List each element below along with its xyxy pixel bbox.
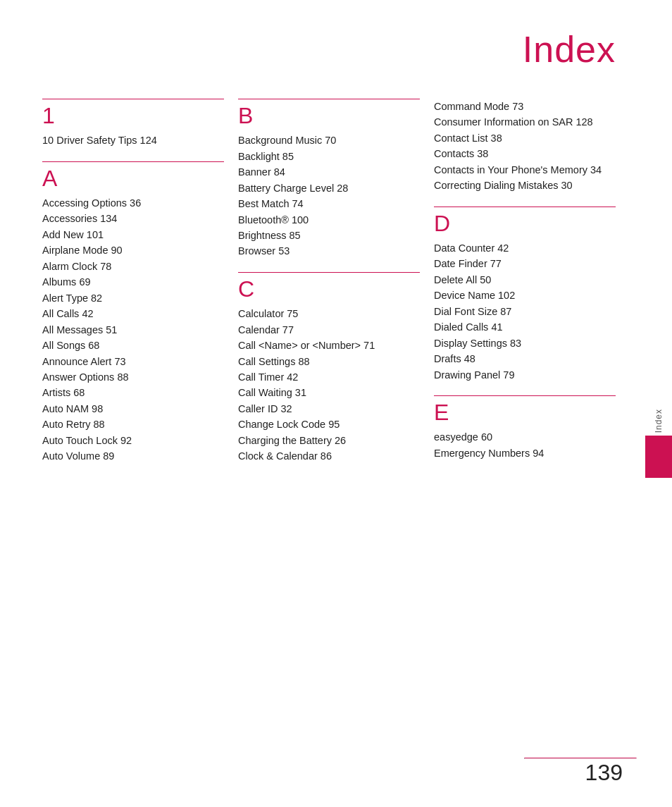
index-entry: Call <Name> or <Number> 71 — [238, 338, 420, 353]
section-d: D Data Counter 42 Date Finder 77 Delete … — [434, 207, 616, 383]
index-entry: Data Counter 42 — [434, 240, 616, 256]
index-entry: Contacts in Your Phone's Memory 34 — [434, 162, 616, 178]
section-letter-1: 1 — [42, 104, 224, 128]
index-entry: Banner 84 — [238, 164, 420, 180]
index-entry: Contact List 38 — [434, 130, 616, 146]
column-2: B Background Music 70 Backlight 85 Banne… — [238, 99, 434, 477]
index-entry: Call Timer 42 — [238, 369, 420, 385]
index-entry: Announce Alert 73 — [42, 354, 224, 369]
index-entry: Accessing Options 36 — [42, 195, 224, 211]
index-entry: Add New 101 — [42, 227, 224, 242]
index-entry: Charging the Battery 26 — [238, 433, 420, 448]
content-area: 1 10 Driver Safety Tips 124 A Accessing … — [0, 92, 672, 505]
section-1: 1 10 Driver Safety Tips 124 — [42, 99, 224, 149]
page-number: 139 — [585, 760, 623, 786]
index-entry: Call Waiting 31 — [238, 385, 420, 400]
index-entry: Contacts 38 — [434, 146, 616, 161]
index-entry: All Messages 51 — [42, 322, 224, 338]
index-entry: Consumer Information on SAR 128 — [434, 114, 616, 130]
index-entry: Auto NAM 98 — [42, 401, 224, 417]
index-entry: Battery Charge Level 28 — [238, 180, 420, 196]
index-entry: Calculator 75 — [238, 306, 420, 321]
section-c: C Calculator 75 Calendar 77 Call <Name> … — [238, 272, 420, 464]
index-entry: Brightness 85 — [238, 228, 420, 243]
index-entry: Alarm Clock 78 — [42, 259, 224, 274]
index-entry: Background Music 70 — [238, 133, 420, 148]
side-tab: Index — [645, 409, 672, 478]
section-divider-c — [238, 272, 420, 273]
page-title: Index — [0, 0, 672, 92]
section-letter-e: E — [434, 400, 616, 425]
section-divider-e — [434, 395, 616, 396]
index-entry: Browser 53 — [238, 243, 420, 259]
section-e: E easyedge 60 Emergency Numbers 94 — [434, 395, 616, 461]
index-entry: All Songs 68 — [42, 338, 224, 353]
index-entry: Backlight 85 — [238, 149, 420, 164]
section-a: A Accessing Options 36 Accessories 134 A… — [42, 161, 224, 464]
index-entry: Auto Volume 89 — [42, 448, 224, 464]
section-letter-a: A — [42, 166, 224, 191]
section-letter-d: D — [434, 211, 616, 236]
index-entry: Correcting Dialing Mistakes 30 — [434, 178, 616, 193]
index-entry: Change Lock Code 95 — [238, 417, 420, 432]
section-letter-b: B — [238, 104, 420, 128]
side-tab-bar — [645, 436, 672, 478]
section-divider-a — [42, 161, 224, 162]
index-entry: Display Settings 83 — [434, 335, 616, 351]
section-b: B Background Music 70 Backlight 85 Banne… — [238, 99, 420, 259]
index-entry: Device Name 102 — [434, 288, 616, 303]
index-entry: Dialed Calls 41 — [434, 319, 616, 335]
index-entry: Best Match 74 — [238, 196, 420, 211]
index-entry: Albums 69 — [42, 274, 224, 290]
section-c-cont: Command Mode 73 Consumer Information on … — [434, 99, 616, 194]
index-entry: Airplane Mode 90 — [42, 242, 224, 258]
side-tab-label: Index — [654, 409, 664, 433]
index-entry: 10 Driver Safety Tips 124 — [42, 133, 224, 148]
index-entry: Drawing Panel 79 — [434, 367, 616, 383]
column-1: 1 10 Driver Safety Tips 124 A Accessing … — [42, 99, 238, 477]
section-divider — [42, 99, 224, 99]
index-entry: Date Finder 77 — [434, 256, 616, 271]
index-entry: Answer Options 88 — [42, 369, 224, 385]
index-entry: Call Settings 88 — [238, 354, 420, 369]
index-entry: Command Mode 73 — [434, 99, 616, 114]
column-3: Command Mode 73 Consumer Information on … — [434, 99, 630, 477]
index-entry: Auto Touch Lock 92 — [42, 433, 224, 448]
section-divider-b — [238, 99, 420, 99]
index-entry: Artists 68 — [42, 385, 224, 400]
index-entry: easyedge 60 — [434, 429, 616, 445]
index-entry: Dial Font Size 87 — [434, 304, 616, 319]
index-entry: Alert Type 82 — [42, 290, 224, 306]
index-entry: Drafts 48 — [434, 351, 616, 366]
index-entry: Clock & Calendar 86 — [238, 448, 420, 464]
index-entry: Delete All 50 — [434, 272, 616, 288]
section-divider-d — [434, 207, 616, 207]
index-entry: Calendar 77 — [238, 322, 420, 338]
index-entry: Bluetooth® 100 — [238, 212, 420, 228]
index-entry: Accessories 134 — [42, 211, 224, 226]
index-entry: All Calls 42 — [42, 306, 224, 321]
index-entry: Emergency Numbers 94 — [434, 445, 616, 461]
bottom-divider — [524, 758, 637, 759]
index-entry: Auto Retry 88 — [42, 417, 224, 432]
section-letter-c: C — [238, 277, 420, 302]
index-entry: Caller ID 32 — [238, 401, 420, 417]
